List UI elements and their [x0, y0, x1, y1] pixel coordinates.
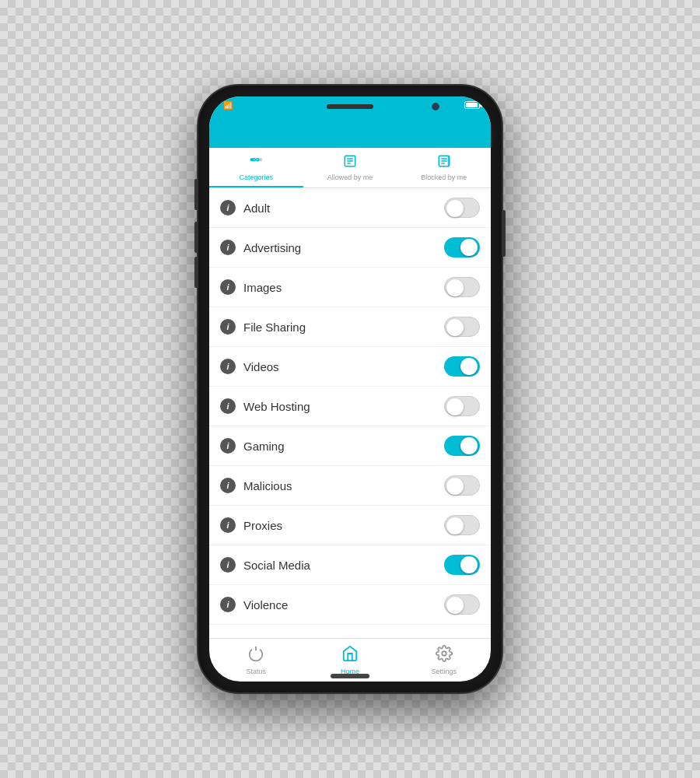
bottom-nav-label-status: Status [247, 668, 267, 675]
category-row: iAdult [209, 188, 491, 228]
category-row: iAdvertising [209, 228, 491, 268]
category-name: Social Media [243, 559, 444, 572]
tab-blocked[interactable]: Blocked by me [397, 148, 491, 187]
category-name: Proxies [243, 519, 444, 532]
category-row: iViolence [209, 585, 491, 625]
category-name: Web Hosting [243, 400, 444, 413]
category-row: iProxies [209, 506, 491, 545]
category-row: iMalicious [209, 466, 491, 506]
status-icon [247, 645, 264, 666]
info-icon[interactable]: i [220, 279, 236, 295]
categories-list: iAdultiAdvertisingiImagesiFile SharingiV… [209, 188, 491, 638]
info-icon[interactable]: i [220, 517, 236, 533]
allowed-icon [343, 154, 357, 172]
svg-point-13 [442, 651, 446, 656]
category-name: Gaming [243, 440, 444, 453]
category-row: iGaming [209, 426, 491, 466]
settings-icon [436, 645, 453, 666]
navigation-bar [209, 114, 491, 148]
category-row: iImages [209, 268, 491, 307]
tab-allowed[interactable]: Allowed by me [303, 148, 397, 187]
info-icon[interactable]: i [220, 557, 236, 573]
category-toggle[interactable] [444, 594, 480, 615]
category-toggle[interactable] [444, 198, 480, 218]
tab-blocked-label: Blocked by me [421, 173, 467, 181]
category-toggle[interactable] [444, 237, 480, 258]
category-toggle[interactable] [444, 475, 480, 496]
tab-categories-label: Categories [240, 173, 274, 181]
category-row: iFile Sharing [209, 307, 491, 347]
category-toggle[interactable] [444, 317, 480, 337]
category-toggle[interactable] [444, 436, 480, 456]
category-toggle[interactable] [444, 356, 480, 377]
category-toggle[interactable] [444, 396, 480, 416]
info-icon[interactable]: i [220, 240, 236, 255]
phone-device: 📶 [198, 86, 502, 692]
svg-point-3 [257, 159, 259, 161]
bottom-nav-item-settings[interactable]: Settings [397, 639, 491, 682]
tab-categories[interactable]: Categories [209, 148, 303, 187]
category-name: Images [243, 281, 444, 294]
categories-icon [249, 154, 263, 172]
phone-speaker [327, 104, 373, 109]
info-icon[interactable]: i [220, 597, 236, 612]
bottom-nav-item-status[interactable]: Status [209, 639, 303, 682]
status-left: 📶 [220, 101, 233, 110]
tab-allowed-label: Allowed by me [327, 173, 373, 181]
info-icon[interactable]: i [220, 359, 236, 374]
phone-camera [432, 103, 439, 110]
info-icon[interactable]: i [220, 398, 236, 414]
category-name: Malicious [243, 479, 444, 492]
info-icon[interactable]: i [220, 319, 236, 335]
category-toggle[interactable] [444, 555, 480, 575]
status-right [464, 101, 480, 109]
category-row: iWeb Hosting [209, 387, 491, 426]
battery-icon [464, 101, 480, 109]
home-icon [341, 645, 359, 666]
info-icon[interactable]: i [220, 478, 236, 493]
category-row: iVideos [209, 347, 491, 387]
wifi-icon: 📶 [223, 101, 233, 110]
svg-point-1 [254, 159, 256, 161]
phone-home-button[interactable] [331, 674, 369, 678]
category-name: Videos [243, 360, 444, 373]
blocked-icon [437, 154, 451, 172]
bottom-nav-label-settings: Settings [431, 668, 457, 675]
category-name: Advertising [243, 241, 444, 254]
category-toggle[interactable] [444, 277, 480, 297]
info-icon[interactable]: i [220, 200, 236, 216]
tab-bar: Categories Allowed by me [209, 148, 491, 188]
info-icon[interactable]: i [220, 438, 236, 454]
category-toggle[interactable] [444, 515, 480, 535]
category-row: iSocial Media [209, 545, 491, 585]
category-name: Violence [243, 598, 444, 612]
category-name: File Sharing [243, 321, 444, 334]
category-name: Adult [243, 202, 444, 215]
phone-screen: 📶 [209, 96, 491, 682]
